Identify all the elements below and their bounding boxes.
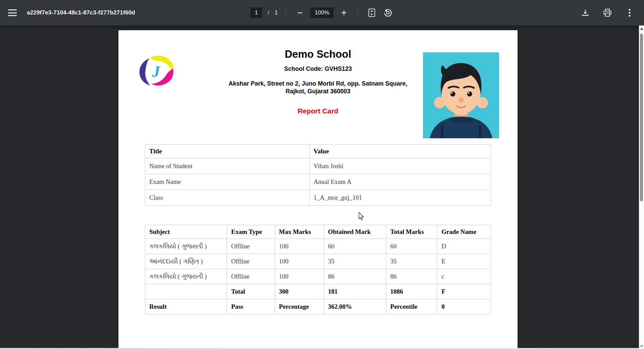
rotate-button[interactable] [382,7,394,18]
table-cell: આનંદદાયી ( ગણિત ) [145,254,227,269]
table-cell: 1086 [386,284,437,299]
table-cell: Name of Student [145,158,310,174]
table-row: ResultPassPercentage362.00%Percentile0 [145,299,491,314]
print-icon [603,8,612,17]
table-cell: Result [145,299,227,314]
table-cell: 100 [275,254,324,269]
table-cell [145,284,227,299]
table-cell: Anual Exam A [309,174,491,190]
rotate-counterclockwise-icon [384,8,392,17]
download-icon [581,9,589,17]
column-header: Subject [145,225,227,239]
table-cell: 60 [386,239,437,254]
page-number-input[interactable]: 1 [250,7,262,18]
table-cell: Offline [227,239,275,254]
minus-icon [297,9,303,16]
marks-table: SubjectExam TypeMax MarksObtained MarkTo… [145,225,491,314]
zoom-level-input[interactable]: 100% [310,7,333,18]
zoom-out-button[interactable] [294,7,306,18]
table-cell: E [437,254,491,269]
table-cell: F [437,284,491,299]
page-total: 1 [275,9,278,16]
scrollbar-thumb[interactable] [640,34,643,201]
table-cell: 35 [324,254,386,269]
toolbar-divider [286,7,286,18]
table-cell: 100 [275,269,324,284]
column-header: Max Marks [275,225,324,239]
table-cell: Percentage [275,299,324,314]
document-title: a229f7e3-7104-48c1-87c3-f277b271f60d [27,9,135,16]
fit-page-icon [368,8,376,17]
column-header: Exam Type [227,225,275,239]
column-header: Grade Name [437,225,491,239]
menu-icon[interactable] [8,9,17,16]
table-cell: Class [145,190,310,206]
vertical-scrollbar[interactable] [639,26,644,349]
toolbar-divider [358,7,358,18]
table-cell: 60 [324,239,386,254]
table-cell: D [437,239,491,254]
table-row: Class1_A_mor_guj_101 [145,190,491,206]
more-options-button[interactable] [624,7,635,18]
page-separator: / [267,9,270,16]
pdf-toolbar: a229f7e3-7104-48c1-87c3-f277b271f60d 1 /… [0,0,644,26]
pdf-page: J Demo School Sc [118,30,518,349]
table-cell: કલકલિયો ( ગુજરાતી ) [145,239,227,254]
school-code: School Code: GVHS123 [118,65,518,72]
table-cell: Pass [227,299,275,314]
column-header: Title [145,145,310,158]
fit-to-page-button[interactable] [366,7,378,18]
table-cell: 86 [324,269,386,284]
table-cell: Total [227,284,275,299]
table-row: કલકલિયો ( ગુજરાતી )Offline1008686c [145,269,491,284]
table-cell: Offline [227,254,275,269]
table-cell: કલકલિયો ( ગુજરાતી ) [145,269,227,284]
column-header: Obtained Mark [324,225,386,239]
table-cell: 362.00% [324,299,386,314]
table-cell: Vihan Joshi [309,158,491,174]
table-cell: 300 [275,284,324,299]
table-cell: Percentile [386,299,437,314]
table-cell: c [437,269,491,284]
table-row: Exam NameAnual Exam A [145,174,491,190]
scroll-down-arrow-icon[interactable] [640,345,643,348]
table-row: Name of StudentVihan Joshi [145,158,491,174]
print-button[interactable] [602,7,613,18]
report-card-title: Report Card [118,107,518,115]
table-cell: 35 [386,254,437,269]
table-row: Total3001811086F [145,284,491,299]
scroll-up-arrow-icon[interactable] [640,28,643,30]
table-cell: 0 [437,299,491,314]
column-header: Total Marks [386,225,437,239]
plus-icon [341,9,347,16]
table-cell: Exam Name [145,174,310,190]
table-row: આનંદદાયી ( ગણિત )Offline1003535E [145,254,491,269]
table-row: કલકલિયો ( ગુજરાતી )Offline1006060D [145,239,491,254]
student-info-table: TitleValueName of StudentVihan JoshiExam… [145,144,491,206]
table-row: SubjectExam TypeMax MarksObtained MarkTo… [145,225,491,239]
column-header: Value [309,145,491,158]
download-button[interactable] [580,7,591,18]
table-row: TitleValue [145,145,491,158]
pdf-viewer-canvas[interactable]: J Demo School Sc [0,26,639,349]
kebab-menu-icon [629,8,631,17]
table-cell: 100 [275,239,324,254]
report-header: Demo School School Code: GVHS123 Akshar … [118,30,518,115]
table-cell: 181 [324,284,386,299]
table-cell: 86 [386,269,437,284]
table-cell: Offline [227,269,275,284]
school-name: Demo School [118,48,518,60]
zoom-in-button[interactable] [338,7,350,18]
table-cell: 1_A_mor_guj_101 [309,190,491,206]
mouse-cursor [358,212,366,221]
school-address: Akshar Park, Street no 2, Juno Morbi Rd,… [227,80,409,95]
